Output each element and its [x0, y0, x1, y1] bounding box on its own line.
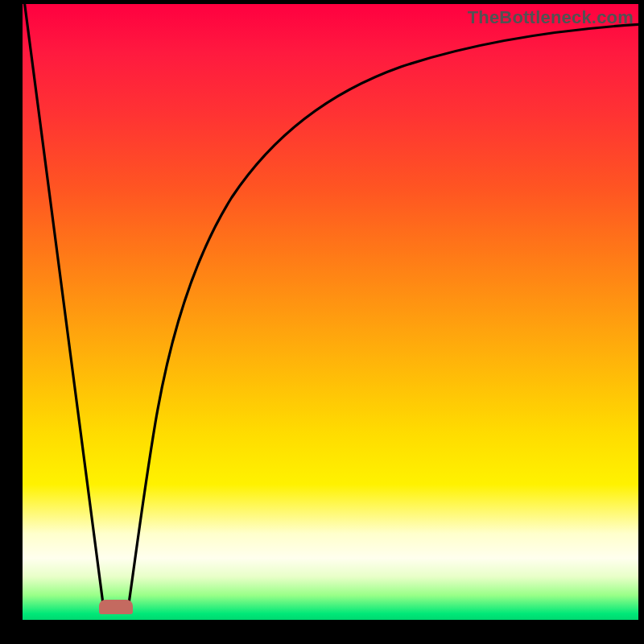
curve-left-branch	[24, 4, 103, 604]
plot-area: TheBottleneck.com	[23, 4, 638, 620]
watermark-text: TheBottleneck.com	[468, 7, 634, 28]
curve-layer	[23, 4, 638, 620]
minimum-marker	[99, 600, 133, 614]
chart-frame: TheBottleneck.com	[0, 0, 644, 644]
curve-right-branch	[129, 24, 638, 604]
